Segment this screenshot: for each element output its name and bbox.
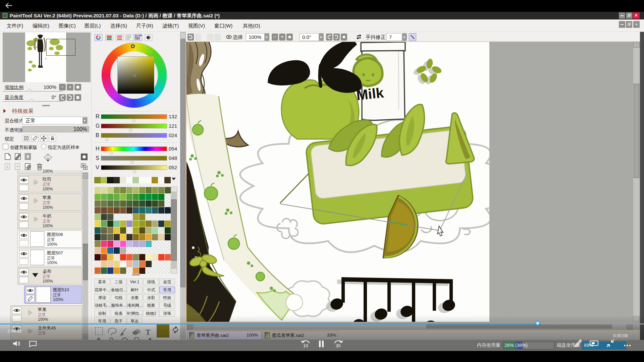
- svg-text:30: 30: [336, 343, 340, 348]
- svg-text:T: T: [146, 328, 151, 337]
- svg-text:10: 10: [303, 343, 308, 348]
- svg-text:♪♩: ♪♩: [45, 57, 49, 60]
